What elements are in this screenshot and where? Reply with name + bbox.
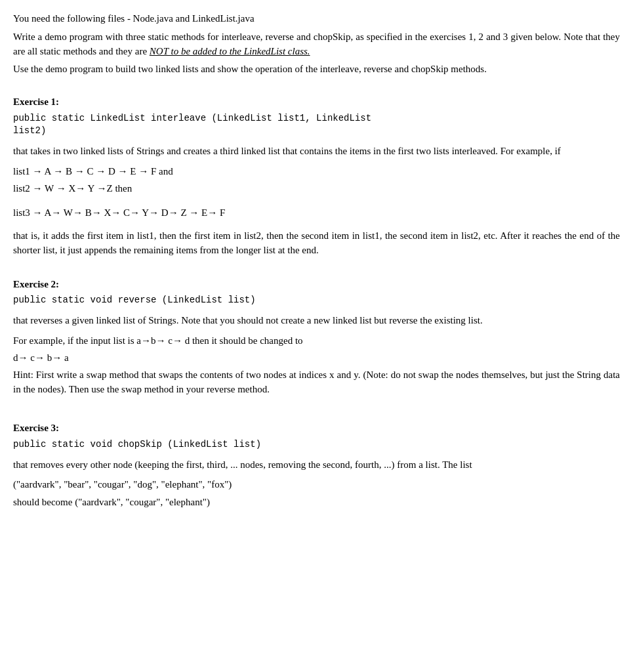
exercise2-example1: For example, if the input list is a→b→ c… <box>13 333 620 348</box>
exercise1-list2: list2 → W → X→ Y →Z then <box>13 181 620 196</box>
exercise3-heading: Exercise 3: <box>13 421 620 436</box>
exercise2-code: public static void reverse (LinkedList l… <box>13 294 620 307</box>
exercise2-section: Exercise 2: public static void reverse (… <box>13 278 620 397</box>
intro-block: You need the following files - Node.java… <box>13 12 620 77</box>
exercise2-hint: Hint: First write a swap method that swa… <box>13 368 620 397</box>
intro-line3: Use the demo program to build two linked… <box>13 62 620 77</box>
intro-line2: Write a demo program with three static m… <box>13 30 620 59</box>
exercise2-desc1: that reverses a given linked list of Str… <box>13 314 620 328</box>
exercise1-desc2: that is, it adds the first item in list1… <box>13 229 620 258</box>
exercise3-desc1: that removes every other node (keeping t… <box>13 458 620 472</box>
exercise1-list3: list3 → A→ W→ B→ X→ C→ Y→ D→ Z → E→ F <box>13 205 620 220</box>
intro-line1: You need the following files - Node.java… <box>13 12 620 26</box>
exercise1-section: Exercise 1: public static LinkedList int… <box>13 95 620 258</box>
exercise1-heading: Exercise 1: <box>13 95 620 110</box>
exercise3-example1: ("aardvark", "bear", "cougar", "dog", "e… <box>13 477 620 492</box>
intro-line2-underline: NOT to be added to the LinkedList class. <box>150 46 310 56</box>
intro-line2-start: Write a demo program with three static m… <box>13 32 620 56</box>
exercise3-code: public static void chopSkip (LinkedList … <box>13 438 620 452</box>
main-content: You need the following files - Node.java… <box>13 12 620 509</box>
exercise2-example2: d→ c→ b→ a <box>13 350 620 366</box>
exercise1-code: public static LinkedList interleave (Lin… <box>13 112 620 138</box>
exercise1-list1: list1 → A → B → C → D → E → F and <box>13 164 620 179</box>
exercise1-desc1: that takes in two linked lists of String… <box>13 144 620 159</box>
exercise3-section: Exercise 3: public static void chopSkip … <box>13 421 620 509</box>
exercise2-heading: Exercise 2: <box>13 278 620 292</box>
exercise3-example2: should become ("aardvark", "cougar", "el… <box>13 495 620 510</box>
